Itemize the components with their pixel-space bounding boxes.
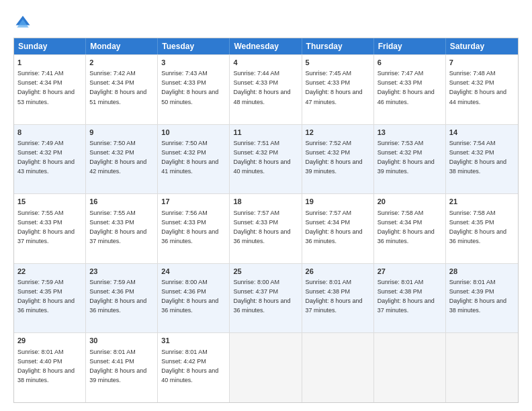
cell-text: Sunrise: 7:48 AMSunset: 4:32 PMDaylight:… <box>449 70 506 105</box>
cell-text: Sunrise: 7:54 AMSunset: 4:32 PMDaylight:… <box>449 140 506 175</box>
cell-text: Sunrise: 7:50 AMSunset: 4:32 PMDaylight:… <box>89 140 146 175</box>
calendar-cell: 23 Sunrise: 7:59 AMSunset: 4:36 PMDaylig… <box>86 264 158 333</box>
header-day: Thursday <box>302 38 374 54</box>
day-number: 15 <box>17 197 82 207</box>
calendar-cell: 31 Sunrise: 8:01 AMSunset: 4:42 PMDaylig… <box>158 333 230 402</box>
cell-text: Sunrise: 8:01 AMSunset: 4:38 PMDaylight:… <box>378 279 435 314</box>
day-number: 23 <box>89 267 154 277</box>
logo <box>13 13 35 32</box>
cell-text: Sunrise: 7:55 AMSunset: 4:33 PMDaylight:… <box>89 210 146 244</box>
day-number: 2 <box>89 58 154 68</box>
calendar-cell <box>230 333 302 402</box>
header-day: Friday <box>374 38 446 54</box>
calendar-cell: 20 Sunrise: 7:58 AMSunset: 4:34 PMDaylig… <box>374 194 446 263</box>
calendar-cell: 19 Sunrise: 7:57 AMSunset: 4:34 PMDaylig… <box>302 194 374 263</box>
calendar-cell: 24 Sunrise: 8:00 AMSunset: 4:36 PMDaylig… <box>158 264 230 333</box>
cell-text: Sunrise: 7:42 AMSunset: 4:34 PMDaylight:… <box>89 70 146 105</box>
calendar-cell: 3 Sunrise: 7:43 AMSunset: 4:33 PMDayligh… <box>158 55 230 124</box>
cell-text: Sunrise: 7:53 AMSunset: 4:32 PMDaylight:… <box>378 140 435 175</box>
calendar-cell: 12 Sunrise: 7:52 AMSunset: 4:32 PMDaylig… <box>302 125 374 194</box>
cell-text: Sunrise: 8:01 AMSunset: 4:42 PMDaylight:… <box>161 349 218 383</box>
day-number: 3 <box>161 58 226 68</box>
cell-text: Sunrise: 8:01 AMSunset: 4:40 PMDaylight:… <box>17 349 75 383</box>
day-number: 25 <box>233 267 298 277</box>
day-number: 4 <box>233 58 298 68</box>
calendar-cell <box>374 333 446 402</box>
cell-text: Sunrise: 8:01 AMSunset: 4:39 PMDaylight:… <box>449 279 506 314</box>
header-day: Wednesday <box>230 38 302 54</box>
calendar-cell: 28 Sunrise: 8:01 AMSunset: 4:39 PMDaylig… <box>446 264 518 333</box>
day-number: 7 <box>449 58 515 68</box>
calendar: SundayMondayTuesdayWednesdayThursdayFrid… <box>13 38 519 403</box>
header-day: Sunday <box>14 38 86 54</box>
day-number: 18 <box>233 197 298 207</box>
day-number: 31 <box>161 336 226 346</box>
calendar-cell: 2 Sunrise: 7:42 AMSunset: 4:34 PMDayligh… <box>86 55 158 124</box>
calendar-body: 1 Sunrise: 7:41 AMSunset: 4:34 PMDayligh… <box>14 54 518 402</box>
cell-text: Sunrise: 7:58 AMSunset: 4:34 PMDaylight:… <box>378 210 435 244</box>
cell-text: Sunrise: 7:43 AMSunset: 4:33 PMDaylight:… <box>161 70 218 105</box>
calendar-row: 15 Sunrise: 7:55 AMSunset: 4:33 PMDaylig… <box>14 193 518 263</box>
calendar-cell <box>446 333 518 402</box>
day-number: 19 <box>306 197 370 207</box>
calendar-cell: 30 Sunrise: 8:01 AMSunset: 4:41 PMDaylig… <box>86 333 158 402</box>
page: SundayMondayTuesdayWednesdayThursdayFrid… <box>0 0 532 411</box>
calendar-cell: 9 Sunrise: 7:50 AMSunset: 4:32 PMDayligh… <box>86 125 158 194</box>
cell-text: Sunrise: 7:59 AMSunset: 4:35 PMDaylight:… <box>17 279 75 314</box>
header-day: Tuesday <box>158 38 230 54</box>
calendar-cell: 1 Sunrise: 7:41 AMSunset: 4:34 PMDayligh… <box>14 55 86 124</box>
calendar-cell: 6 Sunrise: 7:47 AMSunset: 4:33 PMDayligh… <box>374 55 446 124</box>
calendar-row: 1 Sunrise: 7:41 AMSunset: 4:34 PMDayligh… <box>14 54 518 124</box>
calendar-cell: 25 Sunrise: 8:00 AMSunset: 4:37 PMDaylig… <box>230 264 302 333</box>
day-number: 10 <box>161 128 226 138</box>
day-number: 8 <box>17 128 82 138</box>
cell-text: Sunrise: 7:50 AMSunset: 4:32 PMDaylight:… <box>161 140 218 175</box>
day-number: 9 <box>89 128 154 138</box>
cell-text: Sunrise: 7:47 AMSunset: 4:33 PMDaylight:… <box>378 70 435 105</box>
day-number: 5 <box>306 58 370 68</box>
day-number: 29 <box>17 336 82 346</box>
day-number: 27 <box>378 267 442 277</box>
header-day: Saturday <box>446 38 518 54</box>
calendar-header: SundayMondayTuesdayWednesdayThursdayFrid… <box>14 38 518 54</box>
cell-text: Sunrise: 8:01 AMSunset: 4:41 PMDaylight:… <box>89 349 146 383</box>
calendar-cell: 7 Sunrise: 7:48 AMSunset: 4:32 PMDayligh… <box>446 55 518 124</box>
cell-text: Sunrise: 7:51 AMSunset: 4:32 PMDaylight:… <box>233 140 290 175</box>
day-number: 16 <box>89 197 154 207</box>
calendar-row: 29 Sunrise: 8:01 AMSunset: 4:40 PMDaylig… <box>14 332 518 402</box>
cell-text: Sunrise: 7:59 AMSunset: 4:36 PMDaylight:… <box>89 279 146 314</box>
calendar-cell: 22 Sunrise: 7:59 AMSunset: 4:35 PMDaylig… <box>14 264 86 333</box>
cell-text: Sunrise: 8:00 AMSunset: 4:37 PMDaylight:… <box>233 279 290 314</box>
header-day: Monday <box>86 38 158 54</box>
calendar-cell: 13 Sunrise: 7:53 AMSunset: 4:32 PMDaylig… <box>374 125 446 194</box>
calendar-cell: 14 Sunrise: 7:54 AMSunset: 4:32 PMDaylig… <box>446 125 518 194</box>
calendar-cell: 4 Sunrise: 7:44 AMSunset: 4:33 PMDayligh… <box>230 55 302 124</box>
calendar-cell <box>302 333 374 402</box>
calendar-cell: 21 Sunrise: 7:58 AMSunset: 4:35 PMDaylig… <box>446 194 518 263</box>
calendar-cell: 15 Sunrise: 7:55 AMSunset: 4:33 PMDaylig… <box>14 194 86 263</box>
day-number: 20 <box>378 197 442 207</box>
day-number: 6 <box>378 58 442 68</box>
cell-text: Sunrise: 7:58 AMSunset: 4:35 PMDaylight:… <box>449 210 506 244</box>
day-number: 21 <box>449 197 515 207</box>
calendar-cell: 26 Sunrise: 8:01 AMSunset: 4:38 PMDaylig… <box>302 264 374 333</box>
calendar-cell: 8 Sunrise: 7:49 AMSunset: 4:32 PMDayligh… <box>14 125 86 194</box>
cell-text: Sunrise: 8:00 AMSunset: 4:36 PMDaylight:… <box>161 279 218 314</box>
calendar-cell: 10 Sunrise: 7:50 AMSunset: 4:32 PMDaylig… <box>158 125 230 194</box>
calendar-cell: 11 Sunrise: 7:51 AMSunset: 4:32 PMDaylig… <box>230 125 302 194</box>
day-number: 12 <box>306 128 370 138</box>
calendar-row: 8 Sunrise: 7:49 AMSunset: 4:32 PMDayligh… <box>14 124 518 194</box>
calendar-cell: 29 Sunrise: 8:01 AMSunset: 4:40 PMDaylig… <box>14 333 86 402</box>
day-number: 28 <box>449 267 515 277</box>
cell-text: Sunrise: 7:56 AMSunset: 4:33 PMDaylight:… <box>161 210 218 244</box>
cell-text: Sunrise: 7:52 AMSunset: 4:32 PMDaylight:… <box>306 140 363 175</box>
day-number: 17 <box>161 197 226 207</box>
cell-text: Sunrise: 7:57 AMSunset: 4:34 PMDaylight:… <box>306 210 363 244</box>
cell-text: Sunrise: 7:44 AMSunset: 4:33 PMDaylight:… <box>233 70 290 105</box>
calendar-cell: 17 Sunrise: 7:56 AMSunset: 4:33 PMDaylig… <box>158 194 230 263</box>
day-number: 13 <box>378 128 442 138</box>
header <box>13 11 519 32</box>
calendar-cell: 16 Sunrise: 7:55 AMSunset: 4:33 PMDaylig… <box>86 194 158 263</box>
cell-text: Sunrise: 7:49 AMSunset: 4:32 PMDaylight:… <box>17 140 75 175</box>
day-number: 30 <box>89 336 154 346</box>
